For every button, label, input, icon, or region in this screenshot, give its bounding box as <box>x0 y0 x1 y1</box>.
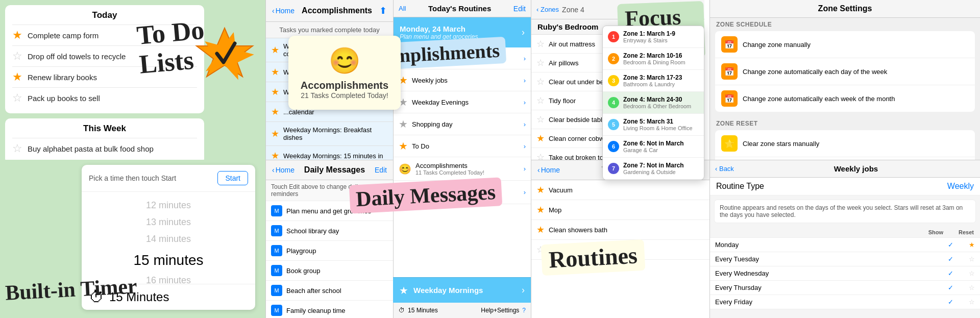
zone-dropdown-item[interactable]: 5 Zone 5: March 31 Living Room & Home Of… <box>603 114 704 136</box>
zs-item-label: Clear zone stars manually <box>743 140 819 148</box>
star-icon[interactable]: ★ <box>969 241 975 249</box>
edit-button[interactable]: Edit <box>375 166 387 174</box>
check-icon[interactable]: ✓ <box>948 284 953 291</box>
chevron-left-icon: ‹ <box>537 166 540 174</box>
star-icon: ☆ <box>536 57 545 68</box>
back-button[interactable]: ‹ Home <box>537 166 560 174</box>
zone-dropdown-item[interactable]: 6 Zone 6: Not in March Garage & Car <box>603 136 704 158</box>
star-icon: ★ <box>399 118 408 130</box>
back-button[interactable]: ‹ Back <box>715 165 734 173</box>
list-item[interactable]: M School library day <box>266 221 393 241</box>
list-item[interactable]: M Playgroup <box>266 241 393 261</box>
accomplishments-overlay-count: 21 Tasks Completed Today! <box>299 91 390 100</box>
zone-dropdown-item[interactable]: 2 Zone 2: March 10-16 Bedroom & Dining R… <box>603 48 704 70</box>
routine-type-value[interactable]: Weekly <box>947 182 974 191</box>
day-label: Every Thursday <box>715 284 762 291</box>
zone-dd-sublabel: Bedroom & Other Bedroom <box>623 103 691 109</box>
zone-dd-label: Zone 7: Not in March <box>623 162 684 169</box>
star-icon[interactable]: ☆ <box>969 284 975 291</box>
list-item[interactable]: 📅 Change zone manually <box>715 31 975 58</box>
list-item[interactable]: ★ Weekday Evenings › <box>394 91 531 113</box>
list-item[interactable]: ★ To Do › <box>394 135 531 157</box>
zone-dropdown-item[interactable]: 3 Zone 3: March 17-23 Bathroom & Laundry <box>603 70 704 92</box>
back-button[interactable]: ‹ Home <box>272 7 295 15</box>
share-button[interactable]: ⬆ <box>379 5 387 16</box>
help-settings-link[interactable]: Help+Settings <box>481 307 519 314</box>
list-item[interactable]: Every Tuesday ✓ ☆ <box>710 252 980 266</box>
back-label: Home <box>541 166 560 174</box>
list-item[interactable]: Every Wednesday ✓ ☆ <box>710 266 980 281</box>
check-icon[interactable]: ✓ <box>948 270 953 277</box>
list-item[interactable]: 📅 Change zone automatically each week of… <box>715 85 975 112</box>
back-button[interactable]: ‹ Home <box>272 166 295 174</box>
zone-dropdown-item[interactable]: 1 Zone 1: March 1-9 Entryway & Stairs <box>603 26 704 48</box>
routine-monday-label: Monday, 24 March <box>400 25 478 33</box>
zone-dd-label: Zone 5: March 31 <box>623 118 693 125</box>
star-icon[interactable]: ☆ <box>969 298 975 306</box>
weekday-mornings-highlighted[interactable]: ★ Weekday Mornings › <box>393 277 531 303</box>
chevron-left-icon: ‹ <box>272 7 275 15</box>
list-item[interactable]: Every Thursday ✓ ☆ <box>710 281 980 295</box>
list-item[interactable]: ★ Weekday Mornings: 15 minutes in <box>266 146 393 160</box>
msg-label: Beach after school <box>286 287 341 295</box>
routines-edit-button[interactable]: Edit <box>513 5 526 13</box>
timer-option[interactable]: 14 minutes <box>146 231 191 248</box>
timer-start-button[interactable]: Start <box>217 171 248 185</box>
chevron-right-icon: › <box>522 285 525 296</box>
list-item[interactable]: ☆ Pack up books to sell <box>12 87 197 108</box>
zone-dd-sublabel: Bedroom & Dining Room <box>623 59 685 65</box>
zone-dropdown-item[interactable]: 7 Zone 7: Not in March Gardening & Outsi… <box>603 158 704 180</box>
list-item[interactable]: ★ Weekday Mornings: Breakfast dishes <box>266 122 393 146</box>
star-icon: ★ <box>271 86 279 97</box>
timer-option[interactable]: 13 minutes <box>146 214 191 231</box>
check-icon[interactable]: ✓ <box>948 241 953 249</box>
day-label: Every Tuesday <box>715 255 759 263</box>
list-item[interactable]: ★ Shopping day › <box>394 113 531 135</box>
routines-filter[interactable]: All <box>399 5 406 12</box>
list-item[interactable]: 😊 Accomplishments 11 Tasks Completed Tod… <box>394 157 531 181</box>
timer-icon: ⏱ <box>399 307 405 314</box>
star-icon: ☆ <box>536 95 545 106</box>
timer-option[interactable]: 12 minutes <box>146 197 191 214</box>
list-item[interactable]: Monday ✓ ★ <box>710 238 980 252</box>
star-icon: ☆ <box>536 38 545 50</box>
zone-dropdown-item[interactable]: 4 Zone 4: March 24-30 Bedroom & Other Be… <box>603 92 704 114</box>
routines-title: Today's Routines <box>428 4 491 13</box>
timer-scroll[interactable]: 12 minutes 13 minutes 14 minutes 15 minu… <box>82 192 255 284</box>
calendar-icon: 📅 <box>721 63 738 80</box>
zone-settings-navbar: Zone Settings <box>710 0 980 18</box>
back-button[interactable]: ‹ Zones <box>536 6 559 13</box>
list-item[interactable]: ★ Clean showers bath <box>531 220 709 240</box>
message-icon: M <box>271 245 282 256</box>
calendar-icon: 📅 <box>721 90 738 107</box>
list-item[interactable]: Every Friday ✓ ☆ <box>710 295 980 309</box>
accomplishments-overlay: 😊 Accomplishments 21 Tasks Completed Tod… <box>288 36 401 110</box>
chevron-right-icon: › <box>524 55 526 62</box>
star-icon[interactable]: ☆ <box>969 270 975 277</box>
question-icon[interactable]: ? <box>522 307 526 314</box>
todo-week-title: This Week <box>12 124 197 134</box>
day-label: Every Friday <box>715 298 752 306</box>
routines-weekly-title: Weekly jobs <box>737 164 975 173</box>
list-item[interactable]: M Family cleanup time <box>266 301 393 318</box>
chevron-left-icon: ‹ <box>536 6 538 13</box>
check-icon[interactable]: ✓ <box>948 255 953 263</box>
timer-option[interactable]: 16 minutes <box>146 272 191 284</box>
routine-info-text: Routine appears and resets on the days o… <box>720 204 963 218</box>
zone-item-label: Clear out under bed <box>549 78 607 86</box>
list-item[interactable]: 📅 Change zone automatically each day of … <box>715 58 975 85</box>
list-item[interactable]: ☆ Buy alphabet pasta at bulk food shop <box>12 138 197 159</box>
calendar-icon: 📅 <box>721 36 738 53</box>
list-item[interactable]: M Book group <box>266 261 393 281</box>
list-item[interactable]: ★ Vacuum <box>531 180 709 200</box>
list-item[interactable]: ★ Mop <box>531 200 709 220</box>
check-icon[interactable]: ✓ <box>948 298 953 306</box>
star-icon[interactable]: ☆ <box>969 255 975 263</box>
back-label: Home <box>276 7 295 15</box>
star-icon: ★ <box>536 133 545 144</box>
timer-option-selected[interactable]: 15 minutes <box>134 248 204 272</box>
list-item[interactable]: M Beach after school <box>266 281 393 301</box>
list-item[interactable]: ⭐ Clear zone stars manually <box>715 130 975 157</box>
zone-reset-section: Zone Reset <box>710 117 980 130</box>
list-item[interactable]: ★ Weekly jobs › <box>394 69 531 91</box>
